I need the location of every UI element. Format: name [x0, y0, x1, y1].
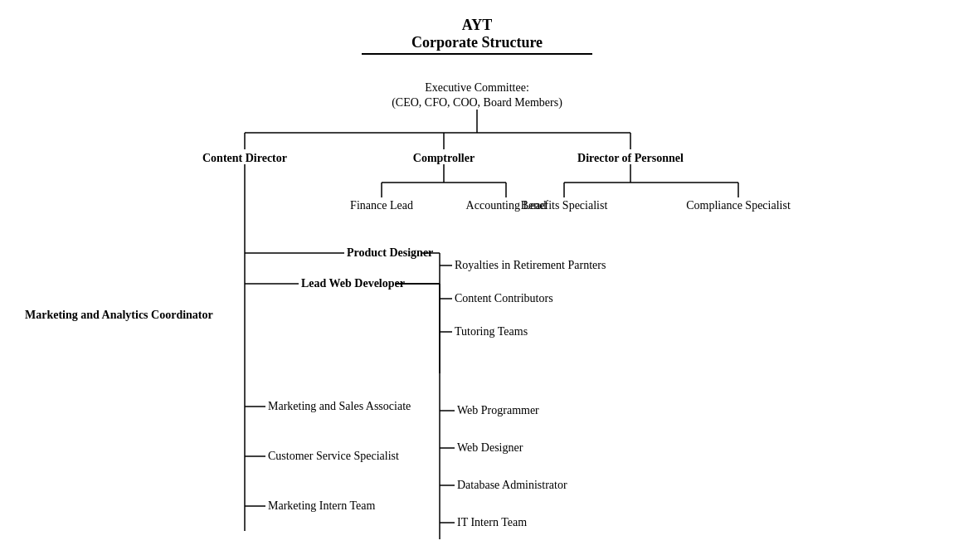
it-intern: IT Intern Team [457, 516, 527, 528]
web-designer: Web Designer [457, 441, 523, 454]
database-admin: Database Administrator [457, 479, 567, 491]
marketing-analytics: Marketing and Analytics Coordinator [25, 309, 213, 321]
web-programmer: Web Programmer [457, 404, 539, 416]
lead-web-developer: Lead Web Developer [301, 277, 405, 290]
content-contributors: Content Contributors [455, 292, 553, 304]
content-director: Content Director [202, 152, 287, 164]
director-personnel: Director of Personnel [577, 152, 684, 164]
product-designer: Product Designer [347, 246, 433, 259]
benefits-specialist: Benefits Specialist [521, 199, 608, 212]
compliance-specialist: Compliance Specialist [686, 199, 791, 212]
tutoring-teams: Tutoring Teams [455, 325, 528, 338]
company-name: AYT [17, 17, 937, 34]
finance-lead: Finance Lead [350, 199, 413, 212]
executive-line2: (CEO, CFO, COO, Board Members) [392, 96, 562, 110]
page: AYT Corporate Structure Executive Commit… [0, 0, 954, 560]
executive-line1: Executive Committee: [425, 81, 529, 94]
customer-service: Customer Service Specialist [268, 450, 399, 462]
org-chart: Executive Committee: (CEO, CFO, COO, Boa… [0, 50, 954, 560]
marketing-intern: Marketing Intern Team [268, 499, 375, 512]
marketing-sales: Marketing and Sales Associate [268, 400, 411, 412]
royalties: Royalties in Retirement Parnters [455, 259, 606, 271]
comptroller: Comptroller [413, 152, 475, 164]
